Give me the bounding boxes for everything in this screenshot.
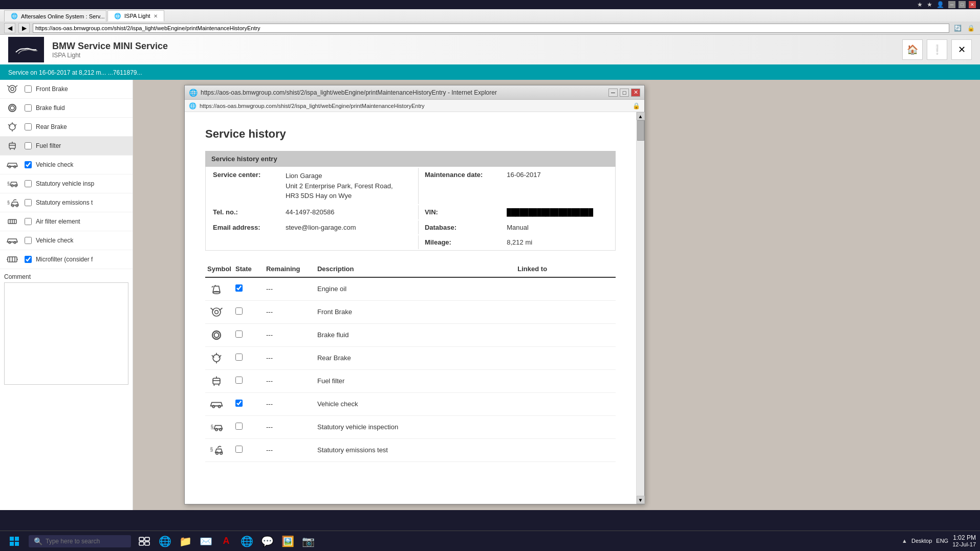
item-symbol-cell — [205, 369, 233, 392]
item-state-cell — [233, 415, 264, 438]
list-item: Vehicle check — [0, 156, 133, 174]
service-center-label: Service center: — [207, 168, 278, 204]
search-input[interactable] — [46, 538, 122, 545]
item-state-checkbox[interactable] — [235, 423, 243, 430]
email-value: steve@lion-garage.com — [279, 221, 417, 234]
svg-rect-60 — [139, 537, 144, 541]
svg-point-52 — [220, 428, 222, 431]
item-description-cell: Engine oil — [315, 277, 515, 301]
table-row: --- Vehicle check — [205, 392, 616, 415]
scroll-track — [637, 120, 644, 496]
item-checkbox[interactable] — [25, 142, 32, 149]
popup-maximize-btn[interactable]: □ — [620, 89, 629, 97]
content-area: Front Brake Brake fluid — [0, 80, 980, 510]
col-symbol: Symbol — [205, 261, 233, 277]
item-remaining-cell: --- — [264, 369, 315, 392]
photos-btn[interactable]: 📷 — [299, 532, 317, 550]
service-info-table: Service center: Lion Garage Unit 2 Enter… — [205, 167, 616, 251]
item-checkbox[interactable] — [25, 256, 32, 263]
item-checkbox[interactable] — [25, 237, 32, 244]
explorer-btn[interactable]: 📁 — [176, 532, 194, 550]
tab-ispa[interactable]: 🌐 ISPA Light ✕ — [107, 10, 164, 21]
os-maximize-btn[interactable]: □ — [959, 1, 966, 8]
mileage-label: Mileage: — [425, 238, 451, 246]
skype-btn[interactable]: 💬 — [258, 532, 276, 550]
item-label: Statutory emissions t — [36, 199, 93, 206]
main-app: BMW Service MINI Service ISPA Light 🏠 ❕ … — [0, 35, 980, 531]
svg-text:§: § — [210, 447, 213, 452]
item-checkbox[interactable] — [25, 104, 32, 112]
brake-icon — [4, 83, 20, 95]
item-label: Brake fluid — [36, 104, 65, 112]
table-row: --- Brake fluid — [205, 323, 616, 346]
table-row: § --- Statutory emissions test — [205, 438, 616, 461]
item-linked-cell — [515, 438, 616, 461]
address-bar[interactable] — [33, 24, 949, 33]
item-checkbox[interactable] — [25, 218, 32, 225]
browser-nav: ◀ ▶ 🔄 🔒 — [0, 21, 980, 35]
refresh-icon[interactable]: 🔄 — [952, 24, 963, 33]
comment-textarea[interactable] — [4, 282, 128, 385]
paint-btn[interactable]: 🖼️ — [278, 532, 297, 550]
popup-minimize-btn[interactable]: ─ — [608, 89, 618, 97]
mail-btn[interactable]: ✉️ — [197, 532, 215, 550]
tab-label-aftersales: Aftersales Online System : Serv... — [21, 13, 105, 19]
scroll-down-btn[interactable]: ▼ — [637, 496, 645, 504]
mileage-label-cell: Mileage: — [418, 235, 499, 249]
desktop-text[interactable]: Desktop — [911, 538, 932, 544]
item-checkbox[interactable] — [25, 123, 32, 130]
taskbar-search[interactable]: 🔍 — [29, 535, 131, 547]
item-state-checkbox[interactable] — [235, 284, 243, 292]
ie2-btn[interactable]: 🌐 — [237, 532, 256, 550]
windows-logo-icon — [9, 536, 19, 546]
alert-btn[interactable]: ❕ — [927, 39, 947, 60]
item-state-checkbox[interactable] — [235, 307, 243, 315]
start-button[interactable] — [4, 531, 25, 552]
item-remaining-cell: --- — [264, 415, 315, 438]
table-row: --- Rear Brake — [205, 346, 616, 369]
svg-point-40 — [213, 355, 220, 362]
item-checkbox[interactable] — [25, 161, 32, 168]
item-description-cell: Rear Brake — [315, 346, 515, 369]
database-label: Database: — [425, 224, 456, 231]
acrobat-icon: A — [223, 536, 230, 546]
os-top-bar: ★ ★ 👤 ─ □ ✕ — [0, 0, 980, 9]
item-remaining-cell: --- — [264, 277, 315, 301]
item-label: Front Brake — [36, 85, 68, 93]
item-state-checkbox[interactable] — [235, 377, 243, 384]
list-item: § Statutory vehicle insp — [0, 174, 133, 193]
clock-date: 12-Jul-17 — [952, 541, 976, 548]
item-state-checkbox[interactable] — [235, 330, 243, 338]
item-checkbox[interactable] — [25, 85, 32, 93]
item-symbol-icon: § — [207, 420, 226, 434]
left-panel: Front Brake Brake fluid — [0, 80, 133, 510]
ie-taskbar-btn[interactable]: 🌐 — [156, 532, 174, 550]
forward-btn[interactable]: ▶ — [18, 23, 30, 33]
home-btn[interactable]: 🏠 — [902, 39, 923, 60]
svg-point-33 — [213, 291, 220, 294]
svg-point-55 — [220, 452, 223, 454]
popup-close-btn[interactable]: ✕ — [631, 89, 640, 97]
scroll-up-btn[interactable]: ▲ — [637, 112, 645, 120]
acrobat-btn[interactable]: A — [217, 532, 235, 550]
svg-rect-63 — [145, 542, 149, 545]
taskview-btn[interactable] — [135, 532, 154, 550]
scroll-thumb[interactable] — [637, 120, 644, 141]
back-btn[interactable]: ◀ — [4, 23, 15, 33]
item-state-checkbox[interactable] — [235, 400, 243, 407]
svg-point-6 — [10, 106, 14, 110]
item-state-checkbox[interactable] — [235, 354, 243, 361]
item-state-checkbox[interactable] — [235, 446, 243, 453]
item-label: Fuel filter — [36, 142, 61, 149]
item-state-cell — [233, 277, 264, 301]
os-close-btn[interactable]: ✕ — [969, 1, 976, 8]
close-btn[interactable]: ✕ — [951, 39, 972, 60]
list-item: Brake fluid — [0, 99, 133, 118]
tab-close-ispa[interactable]: ✕ — [154, 13, 158, 19]
os-minimize-btn[interactable]: ─ — [948, 1, 955, 8]
table-row: § --- Statutory vehicle inspection — [205, 415, 616, 438]
item-symbol-icon — [207, 282, 226, 296]
tab-aftersales[interactable]: 🌐 Aftersales Online System : Serv... — [4, 10, 106, 21]
item-checkbox[interactable] — [25, 199, 32, 206]
item-checkbox[interactable] — [25, 180, 32, 187]
